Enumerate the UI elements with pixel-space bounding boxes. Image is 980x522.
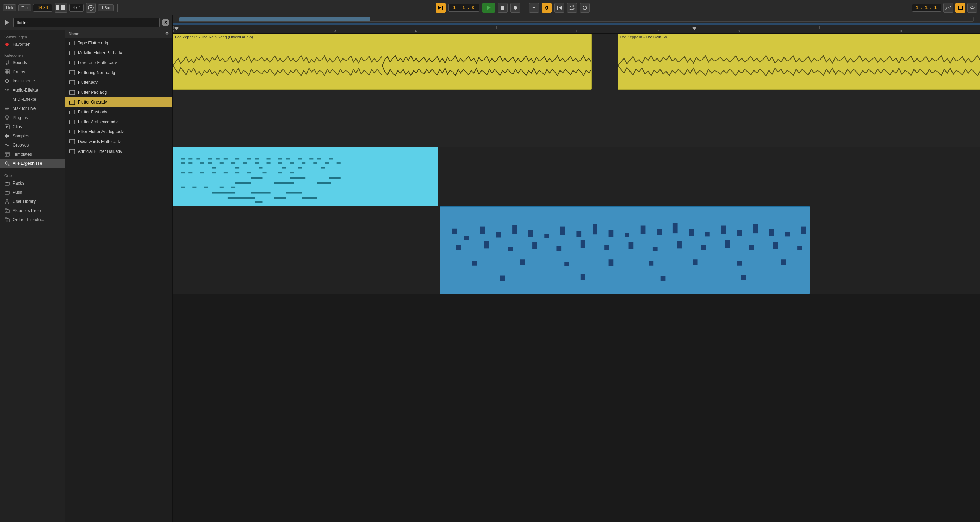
audio-clip-led-2[interactable]: Led Zeppelin - The Rain So xyxy=(617,34,980,90)
sidebar-item-templates[interactable]: Templates xyxy=(0,150,65,159)
zoom-button[interactable] xyxy=(967,3,977,13)
svg-rect-172 xyxy=(484,241,489,249)
ruler-mark-10: 10 xyxy=(899,26,903,33)
svg-point-17 xyxy=(583,6,587,10)
sidebar-item-push[interactable]: Push xyxy=(0,188,65,197)
file-item-3[interactable]: Low Tone Flutter.adv xyxy=(65,58,172,68)
sidebar-item-ordner[interactable]: Ordner hinzufü... xyxy=(0,215,65,224)
timeline-ruler[interactable]: 12345678910 xyxy=(173,23,980,34)
svg-rect-113 xyxy=(337,162,340,164)
ruler-mark-1: 1 xyxy=(173,26,175,33)
midi-clip-dark-1[interactable] xyxy=(440,207,810,294)
beat-meter-1[interactable] xyxy=(55,3,67,13)
position-display[interactable]: 1 . 1 . 3 xyxy=(449,3,479,12)
quantize-button[interactable]: 1 Bar xyxy=(98,4,113,11)
kategorien-section-label: Kategorien xyxy=(0,52,65,58)
svg-point-44 xyxy=(5,162,8,164)
svg-rect-141 xyxy=(212,192,235,193)
sidebar-item-plug-ins[interactable]: Plug-ins xyxy=(0,113,65,122)
svg-rect-161 xyxy=(657,229,662,235)
file-item-8[interactable]: Flutter Fast.adv xyxy=(65,107,172,117)
svg-rect-32 xyxy=(6,116,8,118)
file-item-2[interactable]: Metallic Flutter Pad.adv xyxy=(65,48,172,58)
svg-rect-162 xyxy=(673,223,678,233)
sidebar-item-grooves[interactable]: Grooves xyxy=(0,140,65,150)
loop-button[interactable] xyxy=(567,3,577,13)
sidebar-item-midi-effekte[interactable]: MIDI-Effekte xyxy=(0,95,65,104)
sidebar-item-favoriten[interactable]: Favoriten xyxy=(0,40,65,49)
file-icon xyxy=(69,129,75,135)
top-toolbar: Link Tap 64.39 4 / 4 1 Bar xyxy=(0,0,980,16)
sidebar-item-sounds[interactable]: Sounds xyxy=(0,58,65,67)
file-item-9[interactable]: Flutter Ambience.adv xyxy=(65,117,172,127)
sidebar-item-alle-ergebnisse[interactable]: Alle Ergebnisse xyxy=(0,159,65,168)
svg-rect-148 xyxy=(452,229,457,234)
sidebar-item-user-library[interactable]: User Library xyxy=(0,197,65,206)
track-midi-dark-content[interactable] xyxy=(173,207,980,294)
sidebar-item-drums[interactable]: Drums xyxy=(0,67,65,76)
tap-button[interactable]: Tap xyxy=(18,4,31,11)
svg-rect-39 xyxy=(7,135,8,137)
audio-effekte-icon xyxy=(4,88,10,93)
svg-rect-137 xyxy=(192,187,196,188)
file-name: Artificial Flutter Hall.adv xyxy=(78,149,122,154)
svg-rect-157 xyxy=(592,224,597,234)
metronome-button[interactable] xyxy=(86,3,96,13)
bpm-display[interactable]: 64.39 xyxy=(33,4,52,12)
track-midi-light-content[interactable] xyxy=(173,146,980,207)
sidebar-item-packs[interactable]: Packs xyxy=(0,178,65,188)
sidebar-item-instrumente[interactable]: Instrumente xyxy=(0,76,65,86)
svg-rect-7 xyxy=(64,5,65,10)
svg-rect-144 xyxy=(228,197,255,199)
sidebar-item-clips[interactable]: Clips xyxy=(0,122,65,131)
follow-button[interactable] xyxy=(436,3,445,13)
file-item-5[interactable]: Flutter.adv xyxy=(65,78,172,88)
clips-icon xyxy=(4,124,10,130)
search-clear-button[interactable]: ✕ xyxy=(162,19,169,26)
sidebar-item-aktuelles-projekt[interactable]: Aktuelles Proje xyxy=(0,206,65,215)
packs-icon xyxy=(4,180,10,186)
play-button[interactable] xyxy=(482,3,495,13)
link-chain-button[interactable] xyxy=(542,3,552,13)
file-item-11[interactable]: Downwards Flutter.adv xyxy=(65,137,172,146)
sidebar-item-samples[interactable]: Samples xyxy=(0,131,65,140)
audio-clip-led-1[interactable]: Led Zeppelin - The Rain Song (Official A… xyxy=(173,34,592,90)
punch-button[interactable] xyxy=(580,3,590,13)
rewind-button[interactable] xyxy=(554,3,564,13)
curve-icon[interactable] xyxy=(943,3,953,13)
record-button[interactable] xyxy=(511,3,520,13)
file-item-4[interactable]: Fluttering North.adg xyxy=(65,68,172,78)
svg-rect-184 xyxy=(773,242,778,249)
track-audio-1-content[interactable]: Led Zeppelin - The Rain Song (Official A… xyxy=(173,34,980,90)
svg-rect-1 xyxy=(57,5,58,10)
sidebar-item-audio-effekte[interactable]: Audio-Effekte xyxy=(0,86,65,95)
file-item-6[interactable]: Flutter Pad.adg xyxy=(65,88,172,97)
file-item-12[interactable]: Artificial Flutter Hall.adv xyxy=(65,146,172,156)
search-toggle-button[interactable] xyxy=(3,18,11,27)
stop-button[interactable] xyxy=(498,3,508,13)
sidebar-item-max-for-live[interactable]: Max for Live xyxy=(0,104,65,113)
mini-timeline[interactable] xyxy=(173,16,980,23)
track-empty-1-content[interactable] xyxy=(173,90,980,146)
midi-effekte-icon xyxy=(4,97,10,102)
file-icon xyxy=(69,40,75,46)
svg-rect-97 xyxy=(317,158,321,159)
tracks-container[interactable]: Led Zeppelin - The Rain Song (Official A… xyxy=(173,34,980,522)
time-signature[interactable]: 4 / 4 xyxy=(69,4,84,12)
file-item-1[interactable]: Tape Flutter.adg xyxy=(65,38,172,48)
sort-button[interactable] xyxy=(165,31,169,36)
position-display-right[interactable]: 1 . 1 . 1 xyxy=(912,3,941,12)
svg-rect-170 xyxy=(802,227,807,234)
link-button[interactable]: Link xyxy=(3,4,16,11)
file-item-10[interactable]: Filter Flutter Analog .adv xyxy=(65,127,172,137)
search-input[interactable] xyxy=(13,18,159,27)
svg-point-14 xyxy=(514,6,517,10)
midi-clip-light-1[interactable] xyxy=(173,146,438,206)
svg-rect-168 xyxy=(769,229,774,236)
svg-rect-133 xyxy=(235,182,251,183)
sounds-icon xyxy=(4,60,10,65)
loop-region-button[interactable] xyxy=(955,3,965,13)
add-button[interactable]: + xyxy=(529,3,539,13)
file-item-7[interactable]: Flutter One.adv xyxy=(65,97,172,107)
svg-line-45 xyxy=(8,164,9,166)
